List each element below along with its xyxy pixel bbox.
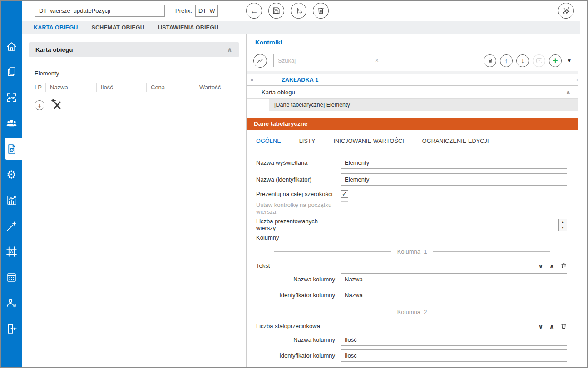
down-arrow-icon: ↓ bbox=[521, 58, 524, 64]
column-move-up-icon[interactable]: ∧ bbox=[549, 263, 554, 269]
move-up-button[interactable]: ↑ bbox=[500, 54, 513, 67]
column-move-down-icon[interactable]: ∨ bbox=[538, 323, 543, 329]
column-2-name-label: Nazwa kolumny bbox=[256, 336, 341, 343]
tab-ograniczenie-edycji[interactable]: OGRANICZENIE EDYCJI bbox=[422, 138, 489, 144]
settings-gear-icon: ⚙ bbox=[6, 169, 16, 180]
tree-collapse-icon[interactable]: ∧ bbox=[566, 88, 571, 96]
add-row-button[interactable]: + bbox=[35, 100, 44, 110]
move-to-icon: » bbox=[536, 58, 542, 63]
collapse-chevron-icon[interactable]: ∧ bbox=[227, 46, 232, 54]
excel-export-button[interactable] bbox=[51, 99, 62, 112]
identifier-input[interactable] bbox=[341, 173, 567, 186]
column-header-lp: LP bbox=[35, 83, 45, 92]
tab-inicjowanie-wartosci[interactable]: INICJOWANIE WARTOŚCI bbox=[333, 138, 404, 144]
tab-zakladka-1[interactable]: ZAKŁADKA 1 bbox=[282, 77, 318, 83]
tab-ustawienia-obiegu[interactable]: USTAWIENIA OBIEGU bbox=[158, 25, 218, 31]
sparkle-icon bbox=[561, 6, 571, 16]
spinner-down-button[interactable]: ▼ bbox=[559, 225, 567, 231]
save-button[interactable] bbox=[268, 3, 284, 19]
tab-karta-obiegu[interactable]: KARTA OBIEGU bbox=[34, 25, 78, 31]
column-delete-icon[interactable] bbox=[560, 323, 567, 329]
prefix-input[interactable] bbox=[195, 5, 218, 17]
sidebar-item-users[interactable] bbox=[1, 112, 22, 135]
display-name-input[interactable] bbox=[341, 157, 567, 169]
tab-schemat-obiegu[interactable]: SCHEMAT OBIEGU bbox=[92, 25, 144, 31]
sidebar-item-documents[interactable] bbox=[1, 60, 22, 84]
tab-listy[interactable]: LISTY bbox=[299, 138, 316, 144]
scroll-tabs-right-icon[interactable]: » bbox=[576, 76, 578, 83]
tree-node-selected[interactable]: [Dane tabelaryczne] Elementy bbox=[269, 99, 578, 111]
form-tabs-row: « ZAKŁADKA 1 » bbox=[247, 74, 578, 86]
column-header-nazwa: Nazwa bbox=[45, 83, 96, 92]
sidebar-item-template[interactable]: A bbox=[1, 240, 22, 264]
matrix-view-button[interactable] bbox=[253, 54, 267, 68]
add-control-button[interactable]: + bbox=[549, 54, 562, 67]
column-1-name-input[interactable] bbox=[341, 273, 567, 285]
home-icon bbox=[6, 41, 17, 52]
tree-selected-label: [Dane tabelaryczne] Elementy bbox=[274, 102, 350, 108]
column-1-name-label: Nazwa kolumny bbox=[256, 276, 341, 283]
rows-count-input[interactable] bbox=[341, 219, 567, 231]
users-icon bbox=[6, 118, 17, 129]
sidebar-item-reports[interactable] bbox=[1, 189, 22, 212]
sidebar-item-exit[interactable] bbox=[1, 317, 22, 341]
tree-root-label: Karta obiegu bbox=[262, 89, 295, 96]
column-move-up-icon[interactable]: ∧ bbox=[549, 323, 554, 329]
properties-form: Nazwa wyświetlana Nazwa (identyfikator) … bbox=[247, 144, 578, 362]
delete-button[interactable] bbox=[313, 3, 329, 19]
table-control-label: Elementy bbox=[35, 70, 239, 77]
process-icon bbox=[6, 143, 17, 155]
number-spinner: ▲ ▼ bbox=[558, 219, 567, 231]
sidebar-item-permissions[interactable]: ⚙ bbox=[1, 291, 22, 315]
move-down-button[interactable]: ↓ bbox=[516, 54, 529, 67]
search-input[interactable] bbox=[273, 54, 382, 67]
back-button[interactable]: ← bbox=[246, 3, 262, 19]
exit-door-icon bbox=[6, 323, 17, 334]
move-to-tab-button-disabled[interactable]: » bbox=[533, 54, 545, 67]
form-preview-panel: Karta obiegu ∧ Elementy LP Nazwa Ilość C… bbox=[22, 34, 247, 367]
app-window: ACD ⚙ bbox=[0, 0, 588, 368]
sidebar-item-dictionary[interactable] bbox=[1, 265, 22, 289]
column-2-type-label: Liczba stałoprzecinkowa bbox=[256, 323, 320, 329]
column-1-id-label: Identyfikator kolumny bbox=[256, 292, 341, 299]
column-1-id-input[interactable] bbox=[341, 289, 567, 301]
column-header-ilosc: Ilość bbox=[96, 83, 146, 92]
sidebar-item-settings[interactable]: ⚙ bbox=[1, 163, 22, 186]
sidebar-item-wizard[interactable] bbox=[1, 214, 22, 238]
column-move-down-icon[interactable]: ∨ bbox=[538, 263, 543, 269]
card-section-header[interactable]: Karta obiegu ∧ bbox=[29, 42, 239, 57]
trash-icon bbox=[487, 58, 493, 64]
row-start-label: Ustaw kontrolkę na początku wiersza bbox=[256, 201, 341, 215]
row-start-checkbox[interactable] bbox=[341, 201, 348, 209]
editor-tabs: OGÓLNE LISTY INICJOWANIE WARTOŚCI OGRANI… bbox=[247, 130, 578, 144]
full-width-checkbox[interactable]: ✓ bbox=[341, 190, 348, 198]
scroll-tabs-left-icon[interactable]: « bbox=[247, 76, 257, 83]
process-name-input[interactable] bbox=[35, 5, 165, 17]
card-section-title: Karta obiegu bbox=[35, 46, 73, 53]
column-1-type-label: Tekst bbox=[256, 262, 270, 269]
delete-control-button[interactable] bbox=[484, 54, 496, 67]
sidebar-item-process-active[interactable] bbox=[1, 137, 22, 161]
identifier-label: Nazwa (identyfikator) bbox=[256, 176, 341, 183]
tree-node-karta-obiegu[interactable]: Karta obiegu ∧ bbox=[247, 86, 578, 99]
controls-toolbar: × ↑ ↓ » + bbox=[247, 50, 578, 71]
sidebar-item-acd[interactable]: ACD bbox=[1, 86, 22, 109]
ai-assist-button[interactable] bbox=[558, 3, 574, 19]
controls-panel-title: Kontrolki bbox=[247, 34, 578, 50]
svg-text:⚙: ⚙ bbox=[12, 303, 16, 308]
add-control-dropdown[interactable]: ▼ bbox=[567, 58, 572, 63]
rows-count-label: Liczba prezentowanych wierszy bbox=[256, 218, 341, 231]
column-2-id-label: Identyfikator kolumny bbox=[256, 352, 341, 359]
sidebar-item-home[interactable] bbox=[1, 34, 22, 58]
reports-chart-icon bbox=[6, 195, 17, 206]
column-2-id-input[interactable] bbox=[341, 349, 567, 362]
spinner-up-button[interactable]: ▲ bbox=[559, 219, 567, 225]
clear-search-icon[interactable]: × bbox=[375, 57, 379, 64]
tab-ogolne[interactable]: OGÓLNE bbox=[256, 138, 281, 144]
table-header-row: LP Nazwa Ilość Cena Wartość bbox=[35, 83, 239, 93]
column-1-divider: Kolumna 1 bbox=[274, 248, 550, 255]
column-delete-icon[interactable] bbox=[560, 262, 567, 269]
columns-label: Kolumny bbox=[256, 234, 567, 241]
publish-button[interactable] bbox=[291, 3, 306, 19]
column-2-name-input[interactable] bbox=[341, 334, 567, 346]
